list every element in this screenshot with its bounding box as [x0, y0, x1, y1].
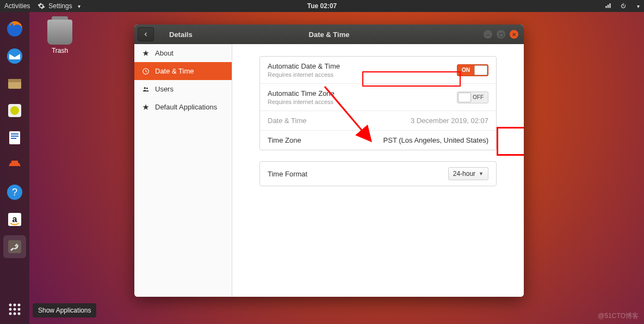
clock-icon	[142, 68, 150, 75]
annotation-highlight-timezone	[497, 127, 524, 156]
svg-point-22	[9, 313, 12, 315]
auto-datetime-switch[interactable]: ON	[457, 64, 488, 76]
star-icon	[142, 103, 150, 111]
dock-amazon[interactable]: a	[3, 208, 26, 231]
svg-point-17	[14, 304, 16, 307]
timezone-value: PST (Los Angeles, United States)	[383, 136, 488, 144]
trash-icon	[47, 20, 72, 45]
datetime-value: 3 December 2019, 02:07	[411, 117, 488, 125]
sidebar-item-label: Default Applications	[155, 103, 217, 111]
sidebar-item-label: About	[155, 49, 174, 57]
power-icon[interactable]	[620, 2, 627, 10]
svg-point-20	[14, 308, 16, 311]
chevron-down-icon: ▾	[637, 3, 640, 9]
svg-point-16	[9, 304, 12, 307]
svg-point-21	[18, 308, 21, 311]
gear-icon	[38, 2, 45, 10]
show-applications-tooltip: Show Applications	[33, 303, 96, 317]
dock-thunderbird[interactable]	[3, 45, 26, 68]
dock-firefox[interactable]	[3, 17, 26, 40]
sidebar-item-about[interactable]: About	[134, 44, 232, 62]
svg-rect-10	[11, 161, 18, 164]
row-auto-timezone[interactable]: Automatic Time Zone Requires internet ac…	[260, 83, 496, 111]
app-menu-button[interactable]: Settings ▾	[38, 2, 80, 10]
chevron-down-icon: ▾	[78, 3, 81, 9]
dock-libreoffice-writer[interactable]	[3, 126, 26, 149]
switch-on-label: ON	[462, 67, 470, 73]
sidebar-item-label: Date & Time	[155, 67, 194, 75]
settings-sidebar: About Date & Time Users Default Applicat…	[134, 44, 232, 297]
auto-timezone-switch[interactable]: OFF	[457, 91, 488, 103]
network-icon[interactable]	[604, 2, 612, 10]
sidebar-item-default-apps[interactable]: Default Applications	[134, 98, 232, 116]
settings-window: Details Date & Time – ▢ ✕ About Date & T…	[134, 25, 524, 297]
window-title: Date & Time	[134, 30, 524, 39]
timeformat-label: Time Format	[268, 170, 307, 178]
activities-button[interactable]: Activities	[4, 2, 30, 10]
svg-point-18	[18, 304, 21, 307]
datetime-panel: Automatic Date & Time Requires internet …	[259, 56, 497, 150]
row-auto-datetime[interactable]: Automatic Date & Time Requires internet …	[260, 57, 496, 83]
auto-timezone-label: Automatic Time Zone	[268, 89, 335, 97]
star-icon	[142, 50, 150, 57]
auto-timezone-sub: Requires internet access	[268, 99, 335, 105]
desktop-trash[interactable]: Trash	[44, 20, 76, 54]
dock: ? a	[0, 12, 29, 324]
svg-text:a: a	[13, 215, 17, 224]
timeformat-value: 24-hour	[453, 170, 475, 178]
svg-point-5	[10, 106, 19, 115]
top-bar: Activities Settings ▾ Tue 02:07 ▾	[0, 0, 644, 12]
sidebar-item-users[interactable]: Users	[134, 80, 232, 98]
timezone-label: Time Zone	[268, 136, 301, 144]
maximize-button[interactable]: ▢	[497, 30, 505, 39]
image-watermark: @51CTO博客	[598, 311, 639, 321]
sidebar-title: Details	[169, 30, 193, 39]
sidebar-item-date-time[interactable]: Date & Time	[134, 62, 232, 80]
dock-show-applications[interactable]	[3, 298, 26, 321]
svg-rect-7	[11, 133, 18, 135]
auto-datetime-label: Automatic Date & Time	[268, 62, 340, 70]
svg-text:?: ?	[12, 187, 17, 198]
svg-rect-9	[11, 138, 16, 139]
chevron-left-icon	[143, 31, 149, 38]
svg-point-19	[9, 308, 12, 311]
users-icon	[142, 85, 150, 93]
window-titlebar[interactable]: Details Date & Time – ▢ ✕	[134, 25, 524, 44]
close-button[interactable]: ✕	[510, 30, 518, 39]
dock-files[interactable]	[3, 72, 26, 95]
row-timezone[interactable]: Time Zone PST (Los Angeles, United State…	[260, 130, 496, 150]
switch-off-label: OFF	[473, 94, 484, 100]
dock-help[interactable]: ?	[3, 181, 26, 204]
svg-point-23	[14, 313, 16, 315]
datetime-label: Date & Time	[268, 117, 307, 125]
dock-settings[interactable]	[3, 235, 26, 258]
clock[interactable]: Tue 02:07	[307, 2, 337, 10]
svg-rect-3	[8, 79, 21, 82]
sidebar-item-label: Users	[155, 85, 174, 93]
row-datetime: Date & Time 3 December 2019, 02:07	[260, 111, 496, 130]
minimize-button[interactable]: –	[484, 30, 492, 39]
svg-rect-15	[8, 240, 21, 253]
auto-datetime-sub: Requires internet access	[268, 71, 340, 78]
svg-point-26	[144, 87, 146, 89]
timeformat-panel: Time Format 24-hour ▼	[259, 161, 497, 186]
svg-point-27	[146, 87, 148, 89]
row-timeformat: Time Format 24-hour ▼	[260, 162, 496, 186]
dock-ubuntu-software[interactable]	[3, 154, 26, 176]
chevron-down-icon: ▼	[479, 171, 484, 176]
settings-content: Automatic Date & Time Requires internet …	[232, 44, 524, 297]
svg-rect-8	[11, 136, 18, 137]
app-menu-label: Settings	[48, 2, 72, 10]
svg-point-24	[18, 313, 21, 315]
dock-rhythmbox[interactable]	[3, 99, 26, 122]
desktop-trash-label: Trash	[44, 47, 76, 54]
back-button[interactable]	[138, 27, 154, 41]
switch-knob	[474, 65, 487, 75]
switch-knob	[458, 93, 471, 102]
timeformat-combo[interactable]: 24-hour ▼	[448, 167, 488, 180]
